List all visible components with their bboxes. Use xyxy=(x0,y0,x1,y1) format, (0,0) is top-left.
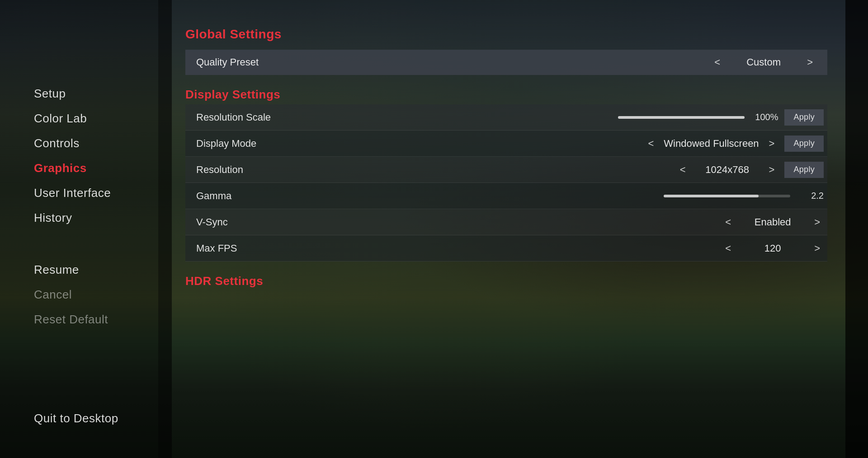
sidebar-item-setup[interactable]: Setup xyxy=(34,81,129,106)
gamma-value: 2.2 xyxy=(797,191,824,201)
max-fps-next[interactable]: > xyxy=(811,241,824,256)
sidebar-item-history[interactable]: History xyxy=(34,206,129,230)
resolution-prev[interactable]: < xyxy=(676,162,689,178)
hdr-settings-title: HDR Settings xyxy=(185,274,827,288)
max-fps-prev[interactable]: < xyxy=(722,241,735,256)
quality-preset-value: Custom xyxy=(732,56,795,68)
gamma-control: 2.2 xyxy=(664,191,824,201)
vsync-label: V-Sync xyxy=(196,216,722,228)
display-mode-label: Display Mode xyxy=(196,138,644,150)
max-fps-row: Max FPS < 120 > xyxy=(185,235,827,262)
sidebar: Setup Color Lab Controls Graphics User I… xyxy=(0,0,163,458)
quality-prev-button[interactable]: < xyxy=(711,55,724,70)
slider-fill xyxy=(618,116,745,119)
display-mode-row: Display Mode < Windowed Fullscreen > App… xyxy=(185,131,827,157)
sidebar-item-graphics[interactable]: Graphics xyxy=(34,156,129,181)
max-fps-label: Max FPS xyxy=(196,243,722,254)
resolution-value: 1024x768 xyxy=(696,164,759,176)
resolution-control: < 1024x768 > Apply xyxy=(676,162,824,178)
max-fps-value: 120 xyxy=(741,243,804,254)
slider-track xyxy=(618,116,745,119)
quality-next-button[interactable]: > xyxy=(803,55,816,70)
resolution-scale-apply[interactable]: Apply xyxy=(784,109,824,126)
resolution-scale-row: Resolution Scale 100% Apply xyxy=(185,104,827,131)
resolution-scale-slider[interactable] xyxy=(618,116,745,119)
gamma-slider[interactable] xyxy=(664,195,790,197)
global-settings-title: Global Settings xyxy=(185,27,827,42)
resolution-scale-label: Resolution Scale xyxy=(196,112,618,123)
vsync-next[interactable]: > xyxy=(811,215,824,230)
quality-preset-row: Quality Preset < Custom > xyxy=(185,50,827,75)
vsync-prev[interactable]: < xyxy=(722,215,735,230)
gamma-label: Gamma xyxy=(196,190,664,202)
display-mode-next[interactable]: > xyxy=(765,136,778,151)
resolution-row: Resolution < 1024x768 > Apply xyxy=(185,157,827,183)
sidebar-item-quit[interactable]: Quit to Desktop xyxy=(34,406,129,431)
gamma-row: Gamma 2.2 xyxy=(185,183,827,209)
settings-panel: Global Settings Quality Preset < Custom … xyxy=(185,27,841,431)
resolution-scale-control: 100% Apply xyxy=(618,109,824,126)
quality-preset-control: < Custom > xyxy=(711,55,816,70)
vsync-row: V-Sync < Enabled > xyxy=(185,209,827,235)
vsync-control: < Enabled > xyxy=(722,215,824,230)
sidebar-item-color-lab[interactable]: Color Lab xyxy=(34,106,129,131)
display-mode-value: Windowed Fullscreen xyxy=(664,138,759,150)
sidebar-item-reset-default[interactable]: Reset Default xyxy=(34,307,129,332)
resolution-apply[interactable]: Apply xyxy=(784,162,824,178)
sidebar-item-controls[interactable]: Controls xyxy=(34,131,129,156)
resolution-scale-value: 100% xyxy=(751,112,778,122)
sidebar-item-resume[interactable]: Resume xyxy=(34,257,129,282)
resolution-label: Resolution xyxy=(196,164,676,176)
display-mode-control: < Windowed Fullscreen > Apply xyxy=(644,136,824,152)
resolution-next[interactable]: > xyxy=(765,162,778,178)
display-mode-apply[interactable]: Apply xyxy=(784,136,824,152)
sidebar-item-cancel[interactable]: Cancel xyxy=(34,282,129,307)
vsync-value: Enabled xyxy=(741,216,804,228)
gamma-slider-fill xyxy=(664,195,759,197)
sidebar-item-user-interface[interactable]: User Interface xyxy=(34,181,129,206)
display-mode-prev[interactable]: < xyxy=(644,136,657,151)
quality-preset-label: Quality Preset xyxy=(196,56,711,68)
gamma-slider-track xyxy=(664,195,790,197)
max-fps-control: < 120 > xyxy=(722,241,824,256)
display-settings-title: Display Settings xyxy=(185,88,827,102)
